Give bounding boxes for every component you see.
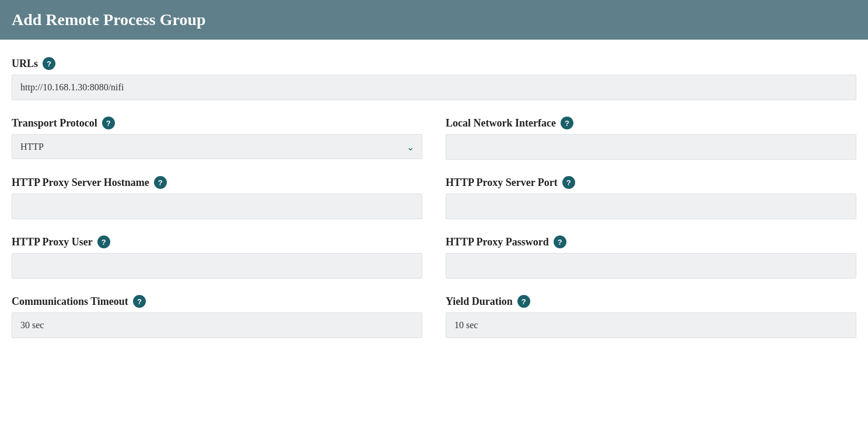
local-network-interface-label-text: Local Network Interface (446, 117, 556, 129)
http-proxy-port-label-text: HTTP Proxy Server Port (446, 177, 558, 189)
http-proxy-port-label: HTTP Proxy Server Port ? (446, 176, 856, 189)
transport-protocol-field-group: Transport Protocol ? HTTP RAW ⌄ (12, 117, 422, 160)
http-proxy-password-input[interactable] (446, 253, 856, 279)
http-proxy-hostname-input[interactable] (12, 194, 422, 219)
yield-duration-label: Yield Duration ? (446, 295, 856, 308)
http-proxy-user-input[interactable] (12, 253, 422, 279)
http-proxy-hostname-label: HTTP Proxy Server Hostname ? (12, 176, 422, 189)
urls-label: URLs ? (12, 57, 856, 70)
http-proxy-password-field-group: HTTP Proxy Password ? (446, 235, 856, 279)
http-proxy-hostname-label-text: HTTP Proxy Server Hostname (12, 177, 149, 189)
http-proxy-hostname-field-group: HTTP Proxy Server Hostname ? (12, 176, 422, 219)
http-proxy-password-label: HTTP Proxy Password ? (446, 235, 856, 248)
dialog-header: Add Remote Process Group (0, 0, 868, 40)
urls-label-text: URLs (12, 58, 38, 70)
yield-duration-input[interactable] (446, 312, 856, 338)
communications-timeout-field-group: Communications Timeout ? (12, 295, 422, 338)
transport-protocol-select-wrapper: HTTP RAW ⌄ (12, 134, 422, 159)
yield-duration-field-group: Yield Duration ? (446, 295, 856, 338)
http-proxy-user-help-icon[interactable]: ? (97, 235, 110, 248)
communications-timeout-label-text: Communications Timeout (12, 296, 128, 308)
http-proxy-port-field-group: HTTP Proxy Server Port ? (446, 176, 856, 219)
transport-protocol-select[interactable]: HTTP RAW (12, 134, 422, 159)
urls-input[interactable] (12, 75, 856, 100)
row-proxy-hostname-port: HTTP Proxy Server Hostname ? HTTP Proxy … (12, 176, 856, 219)
urls-help-icon[interactable]: ? (43, 57, 55, 70)
dialog-content: URLs ? Transport Protocol ? HTTP RAW ⌄ L… (0, 40, 868, 372)
local-network-interface-input[interactable] (446, 134, 856, 160)
http-proxy-hostname-help-icon[interactable]: ? (154, 176, 167, 189)
http-proxy-user-label-text: HTTP Proxy User (12, 236, 93, 248)
communications-timeout-help-icon[interactable]: ? (133, 295, 146, 308)
transport-protocol-label: Transport Protocol ? (12, 117, 422, 129)
local-network-interface-field-group: Local Network Interface ? (446, 117, 856, 160)
transport-protocol-help-icon[interactable]: ? (102, 117, 115, 129)
row-transport-network: Transport Protocol ? HTTP RAW ⌄ Local Ne… (12, 117, 856, 160)
urls-field-group: URLs ? (12, 57, 856, 100)
http-proxy-port-help-icon[interactable]: ? (562, 176, 575, 189)
local-network-interface-help-icon[interactable]: ? (561, 117, 573, 129)
transport-protocol-label-text: Transport Protocol (12, 117, 97, 129)
http-proxy-password-label-text: HTTP Proxy Password (446, 236, 549, 248)
dialog-title: Add Remote Process Group (12, 10, 206, 29)
row-timeout-yield: Communications Timeout ? Yield Duration … (12, 295, 856, 338)
local-network-interface-label: Local Network Interface ? (446, 117, 856, 129)
http-proxy-user-field-group: HTTP Proxy User ? (12, 235, 422, 279)
http-proxy-password-help-icon[interactable]: ? (554, 235, 566, 248)
communications-timeout-input[interactable] (12, 312, 422, 338)
yield-duration-label-text: Yield Duration (446, 296, 513, 308)
row-proxy-user-password: HTTP Proxy User ? HTTP Proxy Password ? (12, 235, 856, 279)
communications-timeout-label: Communications Timeout ? (12, 295, 422, 308)
http-proxy-port-input[interactable] (446, 194, 856, 219)
http-proxy-user-label: HTTP Proxy User ? (12, 235, 422, 248)
yield-duration-help-icon[interactable]: ? (517, 295, 530, 308)
